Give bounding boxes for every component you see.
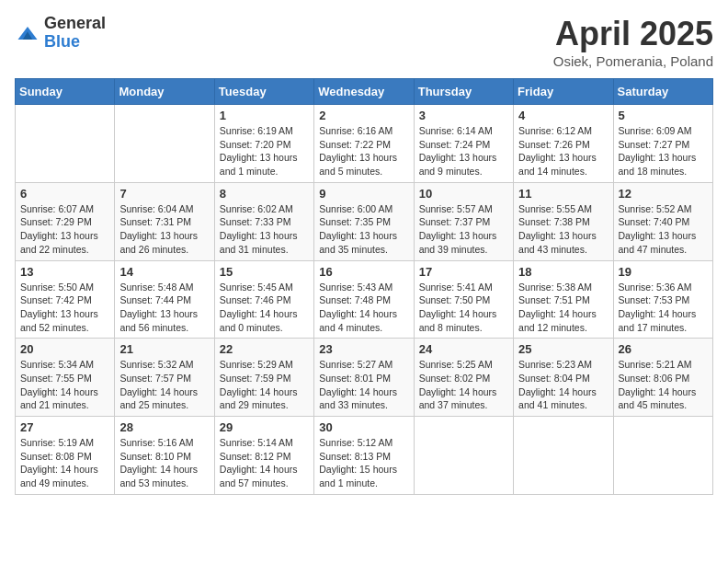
day-number: 6 [20, 187, 109, 201]
day-number: 15 [220, 265, 309, 279]
calendar-cell: 29Sunrise: 5:14 AM Sunset: 8:12 PM Dayli… [214, 417, 313, 495]
weekday-header-thursday: Thursday [414, 79, 513, 105]
day-info: Sunrise: 5:41 AM Sunset: 7:50 PM Dayligh… [419, 281, 508, 335]
day-number: 23 [319, 342, 408, 356]
day-number: 27 [20, 420, 109, 434]
day-info: Sunrise: 5:57 AM Sunset: 7:37 PM Dayligh… [419, 202, 508, 257]
day-info: Sunrise: 5:32 AM Sunset: 7:57 PM Dayligh… [119, 358, 209, 412]
day-info: Sunrise: 5:38 AM Sunset: 7:51 PM Dayligh… [518, 281, 608, 335]
calendar-table: SundayMondayTuesdayWednesdayThursdayFrid… [15, 78, 713, 495]
calendar-week-row: 27Sunrise: 5:19 AM Sunset: 8:08 PM Dayli… [16, 417, 713, 495]
calendar-cell: 13Sunrise: 5:50 AM Sunset: 7:42 PM Dayli… [16, 260, 115, 339]
calendar-cell: 12Sunrise: 5:52 AM Sunset: 7:40 PM Dayli… [613, 182, 712, 260]
logo-text: General Blue [44, 15, 106, 52]
calendar-cell: 18Sunrise: 5:38 AM Sunset: 7:51 PM Dayli… [514, 260, 613, 339]
calendar-cell: 19Sunrise: 5:36 AM Sunset: 7:53 PM Dayli… [613, 260, 712, 339]
day-number: 8 [220, 187, 309, 201]
day-info: Sunrise: 5:50 AM Sunset: 7:42 PM Dayligh… [20, 281, 109, 335]
day-number: 4 [518, 109, 608, 122]
day-number: 16 [319, 265, 408, 279]
day-number: 2 [319, 109, 408, 122]
calendar-week-row: 6Sunrise: 6:07 AM Sunset: 7:29 PM Daylig… [16, 182, 713, 260]
day-info: Sunrise: 5:36 AM Sunset: 7:53 PM Dayligh… [619, 281, 708, 335]
calendar-cell: 17Sunrise: 5:41 AM Sunset: 7:50 PM Dayli… [414, 260, 513, 339]
title-area: April 2025 Osiek, Pomerania, Poland [553, 15, 713, 69]
weekday-header-saturday: Saturday [613, 79, 712, 105]
calendar-cell [16, 105, 115, 183]
day-number: 26 [619, 342, 708, 356]
calendar-cell: 28Sunrise: 5:16 AM Sunset: 8:10 PM Dayli… [115, 417, 214, 495]
day-number: 10 [419, 187, 508, 201]
day-info: Sunrise: 5:12 AM Sunset: 8:13 PM Dayligh… [319, 436, 408, 490]
day-info: Sunrise: 5:23 AM Sunset: 8:04 PM Dayligh… [518, 358, 608, 412]
logo-blue: Blue [44, 33, 106, 52]
month-title: April 2025 [553, 15, 713, 53]
day-number: 30 [319, 420, 408, 434]
day-info: Sunrise: 5:21 AM Sunset: 8:06 PM Dayligh… [619, 358, 708, 412]
day-info: Sunrise: 6:02 AM Sunset: 7:33 PM Dayligh… [220, 202, 309, 257]
day-info: Sunrise: 5:52 AM Sunset: 7:40 PM Dayligh… [619, 202, 708, 257]
day-info: Sunrise: 6:12 AM Sunset: 7:26 PM Dayligh… [518, 124, 608, 178]
day-number: 25 [518, 342, 608, 356]
calendar-cell: 2Sunrise: 6:16 AM Sunset: 7:22 PM Daylig… [314, 105, 414, 183]
calendar-cell: 8Sunrise: 6:02 AM Sunset: 7:33 PM Daylig… [214, 182, 313, 260]
day-number: 3 [419, 109, 508, 122]
day-number: 28 [119, 420, 209, 434]
day-info: Sunrise: 5:27 AM Sunset: 8:01 PM Dayligh… [319, 358, 408, 412]
calendar-cell [514, 417, 613, 495]
calendar-body: 1Sunrise: 6:19 AM Sunset: 7:20 PM Daylig… [16, 105, 713, 495]
calendar-cell: 23Sunrise: 5:27 AM Sunset: 8:01 PM Dayli… [314, 339, 414, 417]
day-number: 13 [20, 265, 109, 279]
day-number: 7 [119, 187, 209, 201]
day-info: Sunrise: 5:48 AM Sunset: 7:44 PM Dayligh… [119, 281, 209, 335]
weekday-header-row: SundayMondayTuesdayWednesdayThursdayFrid… [16, 79, 713, 105]
day-number: 9 [319, 187, 408, 201]
day-info: Sunrise: 6:07 AM Sunset: 7:29 PM Dayligh… [20, 202, 109, 257]
weekday-header-friday: Friday [514, 79, 613, 105]
weekday-header-monday: Monday [115, 79, 214, 105]
day-info: Sunrise: 6:09 AM Sunset: 7:27 PM Dayligh… [619, 124, 708, 178]
calendar-cell [115, 105, 214, 183]
day-info: Sunrise: 5:34 AM Sunset: 7:55 PM Dayligh… [20, 358, 109, 412]
day-info: Sunrise: 5:43 AM Sunset: 7:48 PM Dayligh… [319, 281, 408, 335]
day-info: Sunrise: 6:14 AM Sunset: 7:24 PM Dayligh… [419, 124, 508, 178]
calendar-header: SundayMondayTuesdayWednesdayThursdayFrid… [16, 79, 713, 105]
calendar-week-row: 20Sunrise: 5:34 AM Sunset: 7:55 PM Dayli… [16, 339, 713, 417]
day-info: Sunrise: 5:25 AM Sunset: 8:02 PM Dayligh… [419, 358, 508, 412]
day-info: Sunrise: 6:19 AM Sunset: 7:20 PM Dayligh… [220, 124, 309, 178]
calendar-cell: 30Sunrise: 5:12 AM Sunset: 8:13 PM Dayli… [314, 417, 414, 495]
day-number: 12 [619, 187, 708, 201]
calendar-cell: 22Sunrise: 5:29 AM Sunset: 7:59 PM Dayli… [214, 339, 313, 417]
day-info: Sunrise: 6:04 AM Sunset: 7:31 PM Dayligh… [119, 202, 209, 257]
day-info: Sunrise: 6:00 AM Sunset: 7:35 PM Dayligh… [319, 202, 408, 257]
day-info: Sunrise: 5:19 AM Sunset: 8:08 PM Dayligh… [20, 436, 109, 490]
calendar-cell: 1Sunrise: 6:19 AM Sunset: 7:20 PM Daylig… [214, 105, 313, 183]
day-number: 29 [220, 420, 309, 434]
calendar-cell: 14Sunrise: 5:48 AM Sunset: 7:44 PM Dayli… [115, 260, 214, 339]
day-number: 17 [419, 265, 508, 279]
calendar-cell: 7Sunrise: 6:04 AM Sunset: 7:31 PM Daylig… [115, 182, 214, 260]
calendar-cell: 16Sunrise: 5:43 AM Sunset: 7:48 PM Dayli… [314, 260, 414, 339]
day-number: 5 [619, 109, 708, 122]
calendar-week-row: 13Sunrise: 5:50 AM Sunset: 7:42 PM Dayli… [16, 260, 713, 339]
day-number: 19 [619, 265, 708, 279]
calendar-cell: 9Sunrise: 6:00 AM Sunset: 7:35 PM Daylig… [314, 182, 414, 260]
day-number: 1 [220, 109, 309, 122]
logo-icon [15, 20, 40, 46]
day-info: Sunrise: 5:29 AM Sunset: 7:59 PM Dayligh… [220, 358, 309, 412]
calendar-cell: 11Sunrise: 5:55 AM Sunset: 7:38 PM Dayli… [514, 182, 613, 260]
day-number: 18 [518, 265, 608, 279]
day-info: Sunrise: 5:55 AM Sunset: 7:38 PM Dayligh… [518, 202, 608, 257]
weekday-header-tuesday: Tuesday [214, 79, 313, 105]
calendar-cell: 25Sunrise: 5:23 AM Sunset: 8:04 PM Dayli… [514, 339, 613, 417]
calendar-cell: 27Sunrise: 5:19 AM Sunset: 8:08 PM Dayli… [16, 417, 115, 495]
calendar-cell: 26Sunrise: 5:21 AM Sunset: 8:06 PM Dayli… [613, 339, 712, 417]
logo: General Blue [15, 15, 106, 52]
day-number: 22 [220, 342, 309, 356]
logo-general: General [44, 15, 106, 33]
calendar-cell: 4Sunrise: 6:12 AM Sunset: 7:26 PM Daylig… [514, 105, 613, 183]
calendar-cell: 6Sunrise: 6:07 AM Sunset: 7:29 PM Daylig… [16, 182, 115, 260]
day-number: 21 [119, 342, 209, 356]
calendar-cell [414, 417, 513, 495]
day-number: 11 [518, 187, 608, 201]
